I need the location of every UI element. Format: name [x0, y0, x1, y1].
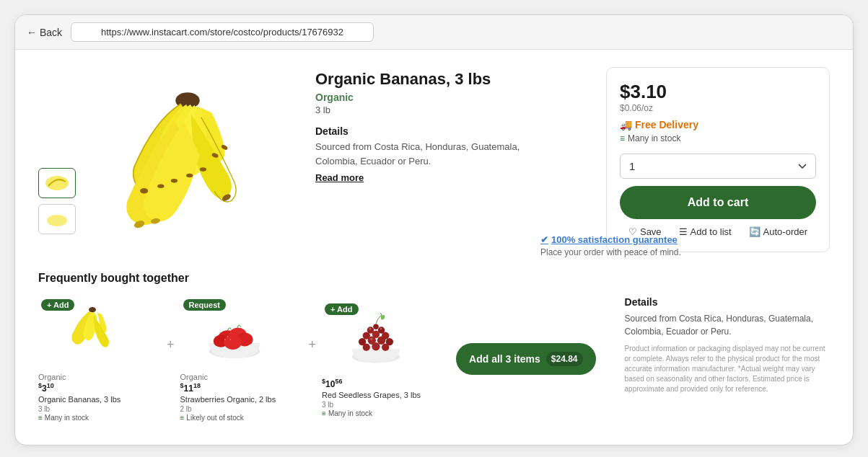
fbt-price-2: $1118	[180, 382, 201, 394]
stock-icon: ≡	[620, 133, 625, 143]
svg-point-38	[380, 327, 382, 329]
delivery-icon: 🚚	[620, 119, 632, 130]
fbt-brand-2: Organic	[180, 373, 209, 381]
fbt-name-3: Red Seedless Grapes, 3 lbs	[322, 390, 421, 400]
price-per-oz: $0.06/oz	[620, 103, 816, 113]
details-disclaimer: Product information or packaging display…	[625, 344, 830, 394]
fbt-item-1: + Add Organic $310	[38, 296, 161, 422]
svg-point-39	[370, 337, 372, 340]
svg-point-9	[200, 167, 206, 172]
add-all-price: $24.84	[546, 352, 583, 366]
frequently-bought-section: Frequently bought together + Add	[38, 272, 830, 422]
page-content: Organic Bananas, 3 lbs Organic 3 lb Deta…	[15, 50, 853, 445]
fbt-item-2: Request	[180, 296, 303, 422]
back-button[interactable]: ← Back	[27, 27, 62, 38]
product-title: Organic Bananas, 3 lbs	[315, 70, 583, 89]
product-info: Organic Bananas, 3 lbs Organic 3 lb Deta…	[315, 67, 583, 184]
check-circle-icon: ✔	[540, 234, 548, 245]
quantity-selector[interactable]: 1 2 3 4 5	[620, 154, 816, 179]
fbt-weight-3: 3 lb	[322, 401, 333, 409]
svg-point-1	[47, 215, 67, 226]
purchase-box: $3.10 $0.06/oz 🚚 Free Delivery ≡ Many in…	[606, 67, 830, 252]
fbt-plus-2: +	[309, 337, 317, 381]
fbt-stock-1: ≡ Many in stock	[38, 414, 89, 422]
stock-icon-1: ≡	[38, 414, 43, 422]
list-icon: ☰	[679, 226, 688, 237]
fbt-name-2: Strawberries Organic, 2 lbs	[180, 394, 276, 404]
free-delivery-badge: 🚚 Free Delivery	[620, 119, 816, 130]
product-brand[interactable]: Organic	[315, 92, 583, 103]
svg-point-36	[382, 343, 389, 350]
fbt-price-3: $1056	[322, 378, 342, 389]
details-heading: Details	[315, 125, 583, 137]
svg-point-8	[186, 174, 193, 178]
auto-order-button[interactable]: 🔄 Auto-order	[749, 226, 807, 237]
svg-point-6	[157, 185, 164, 189]
svg-point-35	[372, 342, 380, 350]
fbt-request-badge-2[interactable]: Request	[183, 299, 226, 311]
fbt-stock-3: ≡ Many in stock	[322, 409, 372, 417]
svg-point-37	[369, 327, 372, 329]
thumbnail-2[interactable]	[38, 204, 76, 234]
svg-point-7	[171, 179, 177, 183]
fbt-stock-2: ≡ Likely out of stock	[180, 414, 244, 422]
fbt-image-2: Request	[180, 296, 289, 368]
read-more-link[interactable]: Read more	[315, 172, 364, 183]
svg-point-21	[229, 339, 230, 340]
browser-window: ← Back https://www.instacart.com/store/c…	[14, 14, 854, 445]
svg-point-5	[140, 188, 148, 193]
fbt-items-row: + Add Organic $310	[38, 296, 596, 422]
image-gallery	[38, 67, 292, 254]
stock-status: ≡ Many in stock	[620, 133, 816, 143]
fbt-name-1: Organic Bananas, 3 lbs	[38, 394, 120, 404]
add-to-cart-button[interactable]: Add to cart	[620, 186, 816, 219]
fbt-add-badge-1[interactable]: + Add	[41, 299, 74, 311]
product-weight: 3 lb	[315, 105, 583, 115]
svg-point-0	[45, 176, 69, 190]
svg-point-13	[89, 307, 96, 312]
details-section-title: Details	[625, 296, 830, 308]
fbt-price-1: $310	[38, 382, 54, 394]
svg-point-32	[377, 336, 385, 344]
fbt-weight-1: 3 lb	[38, 405, 50, 413]
svg-point-24	[373, 324, 379, 329]
main-product-image	[83, 67, 292, 254]
stock-icon-2: ≡	[180, 414, 185, 422]
fbt-image-3: + Add	[322, 301, 430, 373]
fbt-weight-2: 2 lb	[180, 405, 192, 413]
auto-order-icon: 🔄	[749, 226, 760, 237]
svg-point-22	[224, 339, 225, 340]
svg-point-34	[363, 343, 370, 350]
add-all-button[interactable]: Add all 3 items $24.84	[456, 343, 596, 375]
fbt-image-1: + Add	[38, 296, 146, 368]
fbt-add-badge-3[interactable]: + Add	[325, 303, 358, 315]
fbt-item-3: + Add	[322, 301, 444, 417]
url-bar[interactable]: https://www.instacart.com/store/costco/p…	[71, 22, 374, 42]
details-section-text: Sourced from Costa Rica, Honduras, Guate…	[625, 312, 830, 338]
fbt-brand-1: Organic	[38, 373, 66, 381]
svg-point-19	[224, 334, 242, 350]
fbt-bottom-row: + Add Organic $310	[38, 296, 830, 422]
stock-icon-3: ≡	[322, 409, 326, 417]
product-details-text: Sourced from Costa Rica, Honduras, Guate…	[315, 140, 553, 168]
product-section: Organic Bananas, 3 lbs Organic 3 lb Deta…	[38, 67, 830, 254]
fbt-plus-1: +	[167, 337, 175, 381]
thumbnail-1[interactable]	[38, 168, 76, 198]
browser-bar: ← Back https://www.instacart.com/store/c…	[15, 15, 853, 50]
svg-point-20	[227, 336, 227, 337]
product-price: $3.10	[620, 81, 816, 103]
section-title: Frequently bought together	[38, 272, 830, 285]
product-details-section: Details Sourced from Costa Rica, Hondura…	[625, 296, 830, 394]
add-to-list-button[interactable]: ☰ Add to list	[679, 226, 732, 237]
